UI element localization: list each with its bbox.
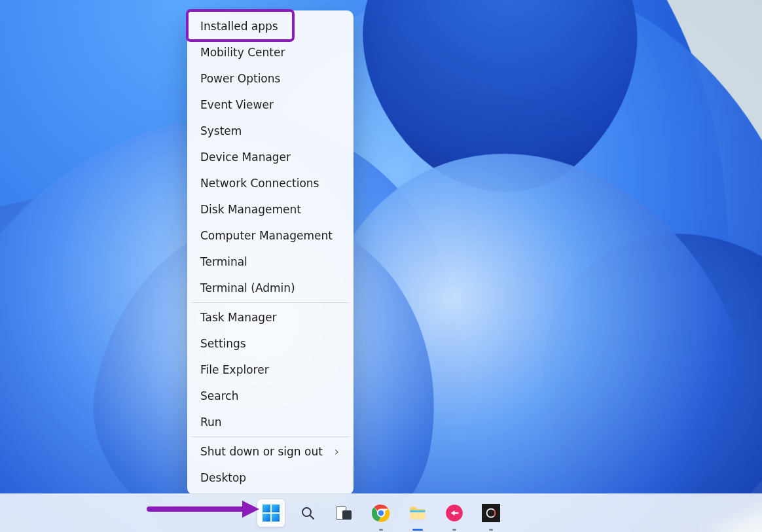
menu-item-event-viewer[interactable]: Event Viewer [187, 92, 354, 118]
running-indicator [489, 529, 493, 531]
running-indicator [379, 529, 383, 531]
task-view-button[interactable] [331, 499, 358, 527]
app-icon-dark [482, 504, 500, 522]
menu-item-disk-management[interactable]: Disk Management [187, 196, 354, 222]
menu-item-desktop[interactable]: Desktop [187, 465, 354, 491]
menu-item-shut-down-or-sign-out[interactable]: Shut down or sign out [187, 438, 354, 465]
running-indicator [452, 529, 456, 531]
taskbar [0, 493, 762, 532]
menu-item-power-options[interactable]: Power Options [187, 65, 354, 92]
desktop-wallpaper [0, 0, 762, 532]
svg-rect-8 [482, 504, 500, 522]
menu-item-task-manager[interactable]: Task Manager [187, 304, 354, 330]
task-view-icon [336, 506, 353, 520]
menu-separator [191, 436, 350, 437]
menu-item-computer-management[interactable]: Computer Management [187, 222, 354, 249]
menu-item-mobility-center[interactable]: Mobility Center [187, 39, 354, 65]
menu-item-network-connections[interactable]: Network Connections [187, 170, 354, 196]
chrome-icon [372, 504, 390, 522]
start-button[interactable] [257, 499, 285, 527]
menu-item-terminal-admin[interactable]: Terminal (Admin) [187, 275, 354, 301]
menu-item-search[interactable]: Search [187, 383, 354, 409]
svg-line-1 [310, 516, 314, 520]
folder-icon [408, 506, 427, 520]
file-explorer-app[interactable] [404, 499, 431, 527]
menu-item-file-explorer[interactable]: File Explorer [187, 357, 354, 383]
search-icon [300, 505, 316, 521]
menu-item-installed-apps[interactable]: Installed apps [187, 13, 354, 39]
windows-logo-icon [263, 505, 280, 522]
app-icon-pink [445, 504, 463, 522]
winx-context-menu: Installed apps Mobility Center Power Opt… [187, 10, 354, 495]
menu-item-system[interactable]: System [187, 118, 354, 144]
menu-item-settings[interactable]: Settings [187, 330, 354, 357]
menu-item-device-manager[interactable]: Device Manager [187, 144, 354, 170]
svg-rect-6 [410, 510, 425, 512]
menu-separator [191, 302, 350, 303]
menu-item-terminal[interactable]: Terminal [187, 249, 354, 275]
pinned-app-dark[interactable] [477, 499, 505, 527]
pinned-app-pink[interactable] [441, 499, 468, 527]
menu-item-run[interactable]: Run [187, 409, 354, 435]
chrome-app[interactable] [367, 499, 395, 527]
search-button[interactable] [294, 499, 321, 527]
running-indicator [412, 529, 423, 531]
